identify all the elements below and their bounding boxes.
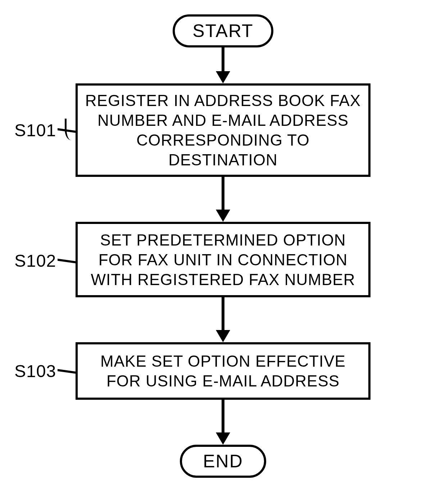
process-s102-text: SET PREDETERMINED OPTION FOR FAX UNIT IN…	[84, 230, 362, 289]
terminator-start-label: START	[192, 20, 253, 41]
terminator-end-label: END	[203, 451, 243, 472]
arrow-s101-s102	[222, 177, 224, 211]
process-s103-text: MAKE SET OPTION EFFECTIVE FOR USING E-MA…	[84, 351, 362, 391]
step-label-s101: S101	[14, 120, 56, 140]
arrow-s103-end	[222, 400, 224, 434]
step-label-s102: S102	[14, 251, 56, 271]
process-s101-text: REGISTER IN ADDRESS BOOK FAX NUMBER AND …	[84, 91, 362, 170]
process-s103: MAKE SET OPTION EFFECTIVE FOR USING E-MA…	[76, 342, 370, 400]
process-s102: SET PREDETERMINED OPTION FOR FAX UNIT IN…	[76, 222, 370, 297]
arrow-head-s102-s103	[216, 330, 230, 342]
arrow-s102-s103	[222, 297, 224, 331]
arrow-head-start-s101	[216, 71, 230, 83]
tick-s103	[58, 369, 76, 374]
process-s101: REGISTER IN ADDRESS BOOK FAX NUMBER AND …	[76, 83, 370, 177]
tick-s102	[58, 258, 76, 263]
terminator-start: START	[173, 14, 273, 47]
terminator-end: END	[180, 445, 266, 478]
arrow-start-s101	[222, 47, 224, 73]
arrow-head-s101-s102	[216, 210, 230, 222]
flowchart-canvas: START REGISTER IN ADDRESS BOOK FAX NUMBE…	[0, 0, 441, 504]
step-label-s103: S103	[14, 361, 56, 381]
arrow-head-s103-end	[216, 432, 230, 445]
